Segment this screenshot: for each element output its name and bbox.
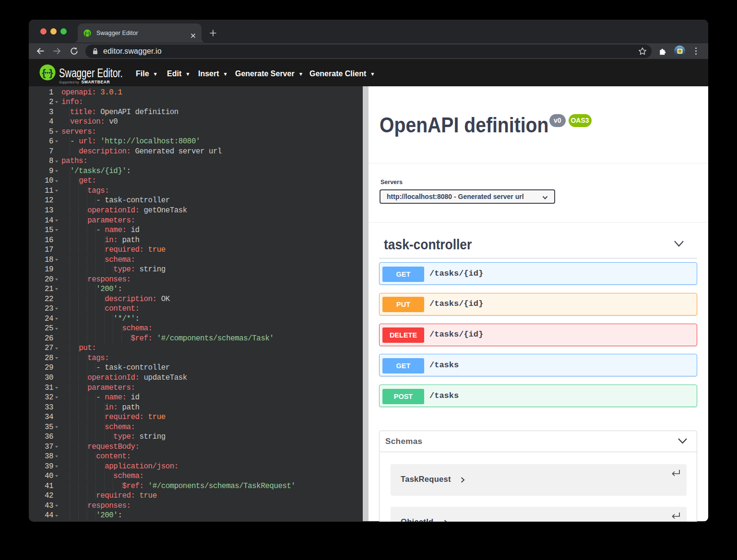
svg-text:}: } <box>88 30 90 35</box>
